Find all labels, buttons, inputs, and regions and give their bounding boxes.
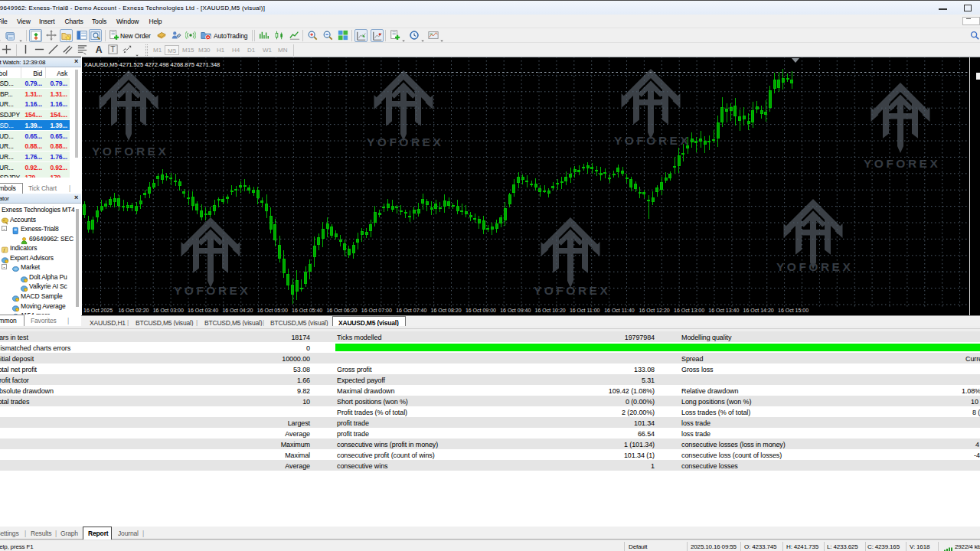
svg-text:T: T (110, 45, 116, 54)
svg-text:16 Oct 04:20: 16 Oct 04:20 (222, 308, 253, 313)
svg-text:YOFOREX: YOFOREX (92, 145, 168, 158)
svg-text:XAUUSD,M5 4271.525 4272.498 4: XAUUSD,M5 4271.525 4272.498 4268.875 427… (84, 61, 220, 68)
svg-text:YOFOREX: YOFOREX (864, 157, 940, 170)
svg-text:16 Oct 08:20: 16 Oct 08:20 (431, 308, 462, 313)
svg-text:A: A (96, 44, 103, 55)
svg-text:16 Oct 05:00: 16 Oct 05:00 (257, 308, 288, 313)
svg-text:16 Oct 06:20: 16 Oct 06:20 (326, 308, 357, 313)
svg-text:YOFOREX: YOFOREX (776, 260, 853, 273)
svg-text:16 Oct 03:00: 16 Oct 03:00 (153, 308, 184, 313)
svg-text:16 Oct 07:40: 16 Oct 07:40 (396, 308, 426, 313)
svg-text:16 Oct 14:20: 16 Oct 14:20 (743, 308, 774, 313)
svg-text:16 Oct 09:00: 16 Oct 09:00 (466, 308, 496, 313)
svg-text:16 Oct 12:20: 16 Oct 12:20 (639, 308, 670, 313)
svg-text:16 Oct 03:40: 16 Oct 03:40 (188, 308, 218, 313)
svg-text:16 Oct 09:40: 16 Oct 09:40 (500, 308, 531, 313)
svg-text:YOFOREX: YOFOREX (174, 284, 250, 297)
svg-text:YOFOREX: YOFOREX (367, 135, 443, 148)
svg-text:16 Oct 13:40: 16 Oct 13:40 (708, 308, 739, 313)
svg-text:16 Oct 2025: 16 Oct 2025 (83, 308, 113, 313)
svg-text:YOFOREX: YOFOREX (534, 284, 610, 297)
svg-text:16 Oct 15:00: 16 Oct 15:00 (778, 308, 808, 313)
svg-text:16 Oct 11:40: 16 Oct 11:40 (604, 308, 635, 313)
svg-text:16 Oct 13:00: 16 Oct 13:00 (674, 308, 704, 313)
svg-text:16 Oct 11:00: 16 Oct 11:00 (570, 308, 600, 313)
svg-text:16 Oct 07:00: 16 Oct 07:00 (361, 308, 392, 313)
svg-text:16 Oct 05:40: 16 Oct 05:40 (292, 308, 322, 313)
svg-text:16 Oct 10:20: 16 Oct 10:20 (535, 308, 566, 313)
svg-text:16 Oct 02:20: 16 Oct 02:20 (118, 308, 149, 313)
